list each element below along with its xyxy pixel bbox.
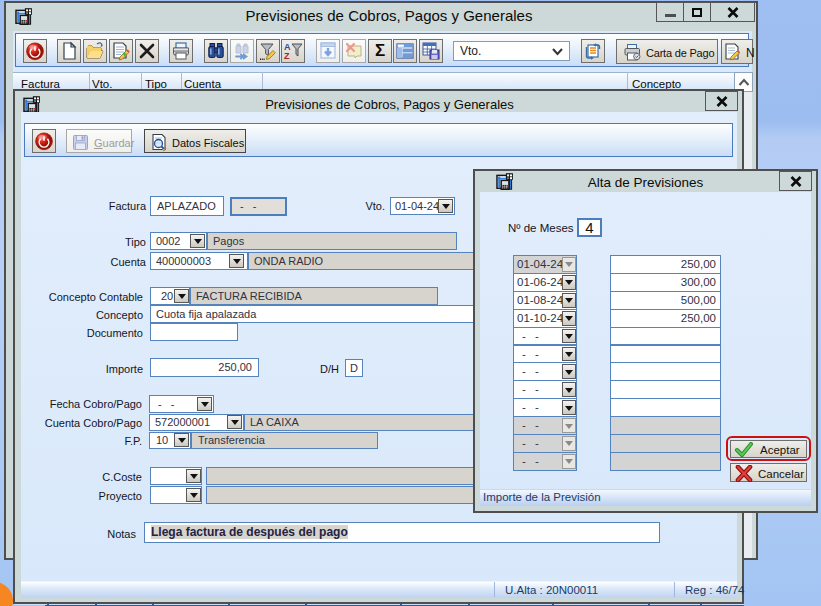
svg-text:Z: Z	[284, 51, 290, 61]
